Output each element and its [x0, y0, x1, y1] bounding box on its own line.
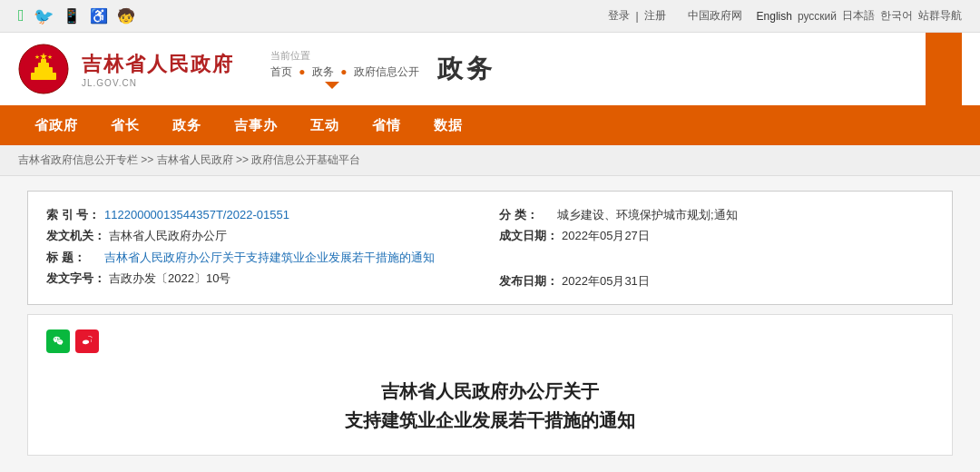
info-box: 索 引 号： 11220000013544357T/2022-01551 发文机…	[27, 191, 953, 305]
info-row-fabu: 发布日期： 2022年05月31日	[499, 270, 934, 291]
info-row-fenlei: 分 类： 城乡建设、环境保护城市规划;通知	[499, 204, 934, 225]
wechat-icon[interactable]: 	[18, 6, 24, 25]
japanese-link[interactable]: 日本語	[842, 8, 875, 24]
russian-link[interactable]: русский	[798, 10, 837, 23]
sub-breadcrumb-3: 政府信息公开基础平台	[251, 153, 360, 166]
divider1: |	[635, 10, 638, 23]
chengwen-value: 2022年05月27日	[562, 225, 650, 246]
info-row-fawenzihao: 发文字号： 吉政办发〔2022〕10号	[46, 268, 481, 289]
baby-icon[interactable]: 🧒	[117, 7, 135, 25]
nav-shengqing[interactable]: 省情	[356, 105, 417, 145]
share-weibo-button[interactable]	[75, 329, 99, 353]
doc-title-line1: 吉林省人民政府办公厅关于	[46, 377, 934, 406]
top-bar-right: 登录 | 注册 中国政府网 English русский 日本語 한국어 站群…	[608, 8, 962, 24]
site-subtitle: JL.GOV.CN	[82, 78, 234, 88]
info-row-chengwen: 成文日期： 2022年05月27日	[499, 225, 934, 246]
sub-breadcrumb-2[interactable]: 吉林省人民政府	[157, 153, 233, 166]
fawenjiguan-label: 发文机关：	[46, 225, 105, 246]
fabu-label: 发布日期：	[499, 270, 558, 291]
fenlei-label: 分 类：	[499, 204, 554, 225]
accessibility-icon[interactable]: ♿	[90, 7, 108, 25]
section-label: 政务	[437, 54, 495, 83]
sub-sep1: >>	[141, 153, 156, 166]
fawenzihao-value: 吉政办发〔2022〕10号	[109, 268, 230, 289]
social-icons:  🐦 📱 ♿ 🧒	[18, 6, 135, 26]
register-link[interactable]: 注册	[644, 8, 666, 24]
sub-breadcrumb-1[interactable]: 吉林省政府信息公开专栏	[18, 153, 138, 166]
top-bar:  🐦 📱 ♿ 🧒 登录 | 注册 中国政府网 English русский …	[0, 0, 980, 33]
fawenzihao-label: 发文字号：	[46, 268, 105, 289]
government-emblem	[18, 44, 69, 94]
breadcrumb-info[interactable]: 政府信息公开	[354, 65, 419, 78]
orange-nav-bar: 省政府 省长 政务 吉事办 互动 省情 数据	[0, 105, 980, 145]
nav-shengzhang[interactable]: 省长	[94, 105, 156, 145]
fenlei-value: 城乡建设、环境保护城市规划;通知	[557, 204, 738, 225]
sub-header: 吉林省政府信息公开专栏 >> 吉林省人民政府 >> 政府信息公开基础平台	[0, 145, 980, 176]
korean-link[interactable]: 한국어	[880, 8, 913, 24]
site-title: 吉林省人民政府	[82, 51, 234, 78]
nav-zhengwu[interactable]: 政务	[156, 105, 218, 145]
svg-rect-5	[41, 59, 46, 64]
nav-shuju[interactable]: 数据	[417, 105, 479, 145]
svg-rect-3	[34, 67, 53, 74]
breadcrumb-arrow	[325, 82, 339, 89]
info-col-left: 索 引 号： 11220000013544357T/2022-01551 发文机…	[46, 204, 481, 291]
chengwen-label: 成文日期：	[499, 225, 558, 246]
nav-shengzhengfu[interactable]: 省政府	[18, 105, 94, 145]
nav-jishiban[interactable]: 吉事办	[218, 105, 294, 145]
current-pos-label: 当前位置	[270, 49, 310, 63]
suoyin-label: 索 引 号：	[46, 204, 101, 225]
doc-title-line2: 支持建筑业企业发展若干措施的通知	[46, 406, 934, 435]
gov-cn-link[interactable]: 中国政府网	[688, 8, 742, 24]
nav-spacer	[495, 33, 962, 105]
info-row-biaoti: 标 题： 吉林省人民政府办公厅关于支持建筑业企业发展若干措施的通知	[46, 247, 481, 268]
breadcrumb-home[interactable]: 首页	[270, 65, 292, 78]
biaoti-label: 标 题：	[46, 247, 101, 268]
sep2: ●	[340, 65, 347, 78]
section-label-area: 政务	[437, 52, 495, 86]
sub-sep2: >>	[236, 153, 251, 166]
doc-box: 吉林省人民政府办公厅关于 支持建筑业企业发展若干措施的通知	[27, 314, 953, 456]
share-wechat-button[interactable]	[46, 329, 70, 353]
header: 吉林省人民政府 JL.GOV.CN 当前位置 首页 ● 政务 ● 政府信息公开 …	[0, 33, 980, 105]
biaoti-value[interactable]: 吉林省人民政府办公厅关于支持建筑业企业发展若干措施的通知	[104, 247, 435, 268]
sep1: ●	[299, 65, 305, 78]
weibo-icon[interactable]: 🐦	[34, 6, 54, 26]
logo-text: 吉林省人民政府 JL.GOV.CN	[82, 51, 234, 88]
share-icons	[46, 329, 934, 353]
section-area: 当前位置 首页 ● 政务 ● 政府信息公开	[270, 49, 419, 89]
doc-title-area: 吉林省人民政府办公厅关于 支持建筑业企业发展若干措施的通知	[46, 368, 934, 440]
info-row-suoyin: 索 引 号： 11220000013544357T/2022-01551	[46, 204, 481, 225]
fawenjiguan-value: 吉林省人民政府办公厅	[109, 225, 227, 246]
nav-hudong[interactable]: 互动	[294, 105, 356, 145]
info-row-fawenjiguan: 发文机关： 吉林省人民政府办公厅	[46, 225, 481, 246]
sitemap-link[interactable]: 站群导航	[918, 8, 962, 24]
main-nav	[926, 33, 962, 105]
svg-rect-2	[31, 73, 56, 80]
info-grid: 索 引 号： 11220000013544357T/2022-01551 发文机…	[46, 204, 934, 291]
breadcrumb-links: 首页 ● 政务 ● 政府信息公开	[270, 64, 419, 80]
english-link[interactable]: English	[757, 10, 792, 23]
logo-area: 吉林省人民政府 JL.GOV.CN	[18, 44, 234, 94]
mobile-icon[interactable]: 📱	[63, 7, 81, 25]
breadcrumb-zhengwu[interactable]: 政务	[312, 65, 334, 78]
suoyin-value[interactable]: 11220000013544357T/2022-01551	[104, 204, 289, 225]
login-link[interactable]: 登录	[608, 8, 630, 24]
info-col-right: 分 类： 城乡建设、环境保护城市规划;通知 成文日期： 2022年05月27日 …	[499, 204, 934, 291]
fabu-value: 2022年05月31日	[562, 270, 650, 291]
